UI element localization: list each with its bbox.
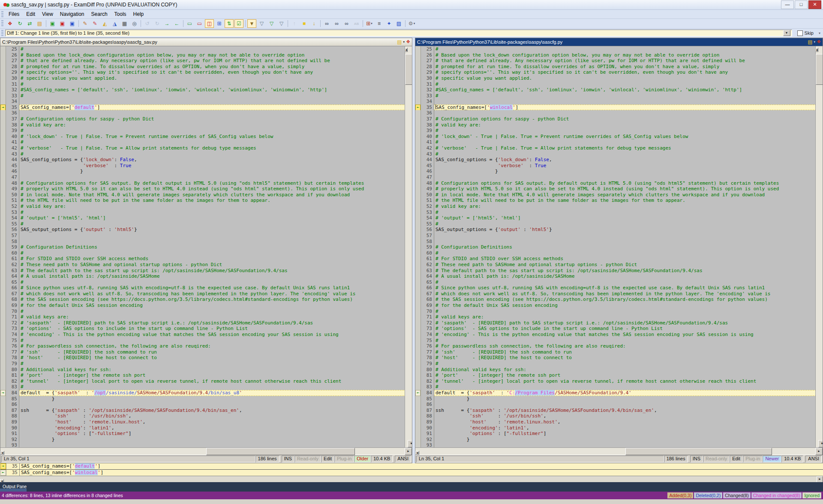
code-text[interactable]: # valid key are: <box>19 122 412 128</box>
code-text[interactable]: # For passwordless ssh connection, the f… <box>19 343 412 349</box>
code-text[interactable]: # in local mode. Note that HTML 4.0 will… <box>19 192 412 198</box>
code-text[interactable]: # prompted for at run time. To dissallow… <box>434 64 823 70</box>
code-text[interactable]: # Configuration options for SAS output. … <box>19 180 412 186</box>
line-styles-icon[interactable]: ≡ <box>375 19 384 28</box>
code-text[interactable]: # Configuration options for SAS output. … <box>434 180 823 186</box>
code-text[interactable]: # 'port' - [integer] the remote ssh port <box>434 372 823 378</box>
code-text[interactable] <box>434 110 823 116</box>
diff-dropdown-button[interactable]: ▼ <box>783 30 790 36</box>
edit-options-icon[interactable]: ▨ <box>394 19 403 28</box>
code-text[interactable]: # 'tunnel' - [integer] local port to ope… <box>19 378 412 384</box>
code-text[interactable]: # the HTML file will need to be put in t… <box>19 198 412 204</box>
diff-message-field[interactable]: Diff 1: Change 1 line (35, first file) t… <box>5 30 792 36</box>
code-text[interactable]: } <box>19 437 412 443</box>
code-text[interactable]: # <box>19 309 412 315</box>
find-icon[interactable]: ∞ <box>322 19 331 28</box>
save-as-second-icon[interactable]: ◮ <box>110 19 119 28</box>
badge-ignored[interactable]: Ignored <box>802 492 821 498</box>
code-text[interactable]: # properly with HTML 5.0 so it can also … <box>19 186 412 192</box>
code-text[interactable]: # 'port' - [integer] the remote ssh port <box>19 372 412 378</box>
code-text[interactable]: # 'encoding' - This is the python encodi… <box>19 332 412 338</box>
code-text[interactable]: # prompted for at run time. To dissallow… <box>19 64 412 70</box>
code-text[interactable]: } <box>434 168 823 174</box>
show-all-differences-filter-icon[interactable]: ▼ <box>247 19 256 28</box>
code-text[interactable]: # that are defined already. Any necessar… <box>19 58 412 64</box>
second-file-editor[interactable]: 25#26# Based upon the lock_down configur… <box>415 46 823 447</box>
code-text[interactable]: # properly with HTML 5.0 so it can also … <box>434 186 823 192</box>
file-menu-icon[interactable]: ▤ <box>808 39 812 45</box>
code-text[interactable]: # 'tunnel' - [integer] local port to ope… <box>434 378 823 384</box>
code-text[interactable]: # valid key are: <box>434 204 823 210</box>
menu-tools[interactable]: Tools <box>111 10 130 18</box>
badge-deleted-0-2-[interactable]: Deleted(0,2) <box>694 492 722 498</box>
code-text[interactable]: # 'output' = ['html5', 'html'] <box>19 215 412 221</box>
code-text[interactable]: 'verbose' : True <box>434 163 823 169</box>
code-text[interactable]: # <box>434 309 823 315</box>
code-text[interactable]: # <box>434 279 823 285</box>
code-text[interactable]: # Configuration options for saspy - pyth… <box>434 116 823 122</box>
filter-added-icon[interactable]: ▽ <box>257 19 266 28</box>
code-text[interactable]: } <box>434 396 823 402</box>
code-text[interactable]: # for the default Unix SAS session encod… <box>19 303 412 309</box>
first-horizontal-scrollbar[interactable]: ◄ ► <box>0 447 412 455</box>
code-text[interactable]: # <box>19 384 412 390</box>
code-text[interactable]: # <box>19 279 412 285</box>
save-first-file-icon[interactable]: ▣ <box>48 19 57 28</box>
code-text[interactable] <box>19 402 412 408</box>
first-vertical-scrollbar[interactable]: ▲ ▼ <box>405 46 412 447</box>
code-text[interactable]: # 'lock_down' - True | False. True = Pre… <box>434 134 823 140</box>
diff-detail-row[interactable]: →35SAS_config_names=['default'] <box>0 463 823 469</box>
code-text[interactable] <box>19 99 412 105</box>
code-text[interactable]: # for the default Unix SAS session encod… <box>434 303 823 309</box>
recompare-icon[interactable]: ↻ <box>15 19 24 28</box>
code-text[interactable]: # <box>434 250 823 256</box>
grid-view-icon[interactable]: ⊞ <box>215 19 224 28</box>
code-text[interactable]: 'ssh' : '/usr/bin/ssh', <box>19 413 412 419</box>
code-text[interactable]: # <box>19 221 412 227</box>
code-text[interactable]: # <box>434 93 823 99</box>
code-text[interactable]: # <box>19 361 412 367</box>
code-text[interactable]: # 'ssh' - [REQUIRED] the ssh command to … <box>434 349 823 355</box>
code-text[interactable]: # <box>19 210 412 216</box>
current-difference-icon[interactable]: ■ <box>300 19 309 28</box>
code-text[interactable]: # which does not work well as utf-8. So,… <box>19 291 412 297</box>
menu-navigation[interactable]: Navigation <box>57 10 88 18</box>
code-text[interactable] <box>19 233 412 239</box>
toolbar-grip[interactable] <box>1 20 3 27</box>
filter-changed-icon[interactable]: ▽ <box>277 19 286 28</box>
output-pane-tab[interactable] <box>0 489 27 492</box>
code-text[interactable]: # For passwordless ssh connection, the f… <box>434 343 823 349</box>
code-text[interactable]: # <box>19 139 412 145</box>
code-text[interactable]: # <box>434 384 823 390</box>
close-button[interactable]: ✕ <box>808 0 821 9</box>
code-text[interactable]: # valid key are: <box>19 204 412 210</box>
code-text[interactable]: # 'options' - SAS options to include in … <box>19 326 412 332</box>
badge-changed-in-changed-8-[interactable]: Changed in changed(8) <box>751 492 802 498</box>
code-text[interactable]: # 'output' = ['html5', 'html'] <box>434 215 823 221</box>
code-text[interactable]: #SAS_config_names = ['default', 'ssh', '… <box>19 87 412 93</box>
code-text[interactable]: SAS_config_options = {'lock_down': False… <box>434 157 823 163</box>
code-text[interactable]: # The default path to the sas start up s… <box>19 268 412 274</box>
filter-deleted-icon[interactable]: ▽ <box>267 19 276 28</box>
code-text[interactable]: # Additional valid keys for ssh: <box>19 367 412 373</box>
code-text[interactable]: # <box>434 221 823 227</box>
minimize-button[interactable]: — <box>781 0 794 9</box>
code-text[interactable]: # 'encoding' - This is the python encodi… <box>434 332 823 338</box>
plugins-icon[interactable]: ✦ <box>384 19 393 28</box>
code-text[interactable]: # valid keys are: <box>19 314 412 320</box>
code-text[interactable]: # 'saspath' - [REQUIRED] path to SAS sta… <box>19 320 412 326</box>
code-text[interactable]: 'verbose' : True <box>19 163 412 169</box>
menu-files[interactable]: Files <box>5 10 23 18</box>
open-files-icon[interactable]: ▤ <box>35 19 44 28</box>
badge-added-0-3-[interactable]: Added(0,3) <box>667 492 693 498</box>
code-text[interactable]: # A usual install path is: /opt/sasinsid… <box>434 273 823 279</box>
scroll-left-icon[interactable]: ◄ <box>415 451 419 455</box>
scroll-right-icon[interactable]: ► <box>405 448 412 455</box>
code-text[interactable]: # 'lock_down' - True | False. True = Pre… <box>19 134 412 140</box>
edit-first-file-icon[interactable]: ✎ <box>81 19 90 28</box>
code-text[interactable]: # Configuration options for saspy - pyth… <box>19 116 412 122</box>
scroll-up-icon[interactable]: ▲ <box>405 48 408 52</box>
show-checkmarks-icon[interactable]: ☑ <box>234 19 243 28</box>
code-text[interactable]: ssh = {'saspath' : '/opt/sasinside/SASHo… <box>19 408 412 414</box>
diff-arrow-right-icon[interactable]: → <box>0 105 6 111</box>
